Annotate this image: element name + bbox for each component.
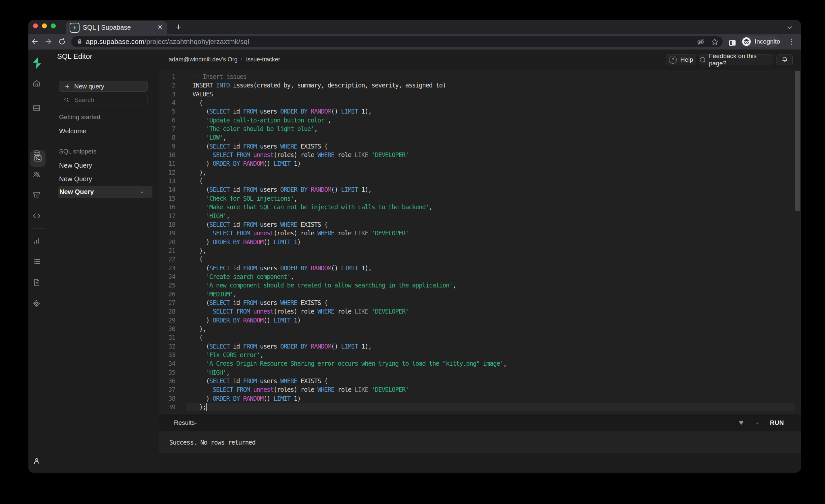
- auth-users-icon[interactable]: [33, 171, 41, 178]
- plus-icon: [64, 83, 70, 89]
- lock-icon: [77, 39, 82, 45]
- breadcrumb-separator: /: [241, 50, 242, 70]
- editor-scrollbar-thumb[interactable]: [795, 71, 800, 211]
- browser-toolbar: app.supabase.com/project/azahtnhqohyjerz…: [28, 34, 801, 50]
- search-box[interactable]: [59, 95, 148, 105]
- bookmark-star-icon[interactable]: [711, 38, 719, 46]
- results-message: Success. No rows returned: [169, 431, 255, 453]
- settings-gear-icon[interactable]: [33, 299, 41, 307]
- question-circle-icon: ?: [669, 56, 677, 64]
- sidebar-item-snippet[interactable]: New Query: [59, 175, 92, 183]
- forward-button[interactable]: [42, 34, 55, 50]
- help-label: Help: [680, 56, 693, 63]
- run-button[interactable]: RUN: [770, 414, 784, 432]
- search-input[interactable]: [74, 96, 138, 104]
- code-lines: -- Insert issuesINSERT INTO issues(creat…: [193, 72, 507, 411]
- minimize-window-button[interactable]: [42, 23, 47, 28]
- results-panel: Success. No rows returned: [159, 431, 801, 453]
- page-title: SQL Editor: [57, 52, 92, 61]
- account-person-icon[interactable]: [33, 457, 41, 465]
- favorite-heart-icon[interactable]: ♥: [739, 414, 744, 432]
- browser-menu-button[interactable]: ⋮: [788, 36, 795, 47]
- edge-functions-icon[interactable]: [33, 212, 41, 220]
- storage-icon[interactable]: [33, 191, 41, 199]
- rail-divider: [31, 228, 46, 229]
- active-snippet-label: New Query: [59, 186, 94, 198]
- url-host: app.supabase.com: [86, 38, 144, 45]
- back-arrow-icon: [31, 38, 39, 46]
- sidebar-item-welcome[interactable]: Welcome: [59, 127, 86, 135]
- results-dropdown[interactable]: Results: [174, 414, 195, 432]
- tab-list-chevron-icon[interactable]: [786, 24, 793, 31]
- results-toolbar: Results ♥ RUN: [159, 414, 801, 431]
- tab-title: SQL | Supabase: [83, 21, 131, 34]
- breadcrumb-project[interactable]: issue-tracker: [246, 50, 280, 70]
- supabase-logo[interactable]: [32, 57, 42, 69]
- table-editor-icon[interactable]: [33, 104, 41, 112]
- reload-button[interactable]: [56, 34, 69, 50]
- new-tab-button[interactable]: +: [173, 22, 184, 33]
- gutter-divider: [186, 70, 186, 414]
- main-header: adam@windmill.dev's Org / issue-tracker …: [159, 50, 801, 70]
- reload-icon: [58, 38, 66, 46]
- url-path: /project/azahtnhqohyjerzaxtmk/sql: [144, 38, 249, 45]
- home-icon[interactable]: [33, 80, 41, 87]
- eye-off-icon[interactable]: [697, 38, 704, 46]
- sidebar-item-snippet[interactable]: New Query: [59, 162, 92, 169]
- incognito-label: Incognito: [755, 36, 780, 47]
- search-icon: [64, 97, 70, 103]
- sql-editor-canvas[interactable]: 1234567891011121314151617181920212223242…: [159, 70, 801, 414]
- lightning-bolt-icon: [72, 25, 77, 30]
- database-icon[interactable]: [33, 150, 41, 158]
- run-options-chevron-icon[interactable]: [755, 421, 760, 425]
- text-cursor: [206, 403, 207, 411]
- browser-window: SQL | Supabase × + app.supa: [28, 20, 801, 473]
- close-tab-icon[interactable]: ×: [158, 21, 162, 34]
- supabase-favicon-icon: [70, 23, 80, 33]
- gutter: 1234567891011121314151617181920212223242…: [159, 72, 175, 411]
- incognito-icon: [742, 37, 751, 46]
- results-footer: [159, 453, 801, 473]
- browser-tab[interactable]: SQL | Supabase ×: [66, 21, 167, 34]
- feedback-label: Feedback on this page?: [709, 53, 773, 67]
- logs-list-icon[interactable]: [33, 258, 41, 265]
- tab-strip: SQL | Supabase × +: [28, 20, 801, 34]
- api-docs-icon[interactable]: [33, 279, 41, 286]
- new-query-button[interactable]: New query: [59, 81, 148, 92]
- section-getting-started: Getting started: [59, 114, 100, 121]
- results-chevron-icon[interactable]: [194, 421, 198, 425]
- section-sql-snippets: SQL snippets: [59, 148, 96, 155]
- notifications-button[interactable]: [776, 54, 793, 65]
- bell-icon: [781, 57, 788, 63]
- side-panel-icon[interactable]: [729, 39, 737, 47]
- new-query-label: New query: [74, 83, 104, 90]
- back-button[interactable]: [28, 34, 42, 50]
- screen: SQL | Supabase × + app.supa: [0, 0, 825, 504]
- incognito-badge: Incognito: [740, 36, 780, 47]
- breadcrumb-org[interactable]: adam@windmill.dev's Org: [169, 50, 238, 70]
- sidebar-item-snippet-active[interactable]: New Query: [58, 186, 152, 198]
- forward-arrow-icon: [44, 38, 52, 46]
- speech-bubble-icon: [699, 57, 705, 63]
- rail-divider: [31, 96, 46, 96]
- nav-rail: [28, 50, 49, 473]
- help-button[interactable]: ? Help: [666, 54, 696, 65]
- zoom-window-button[interactable]: [51, 23, 56, 28]
- close-window-button[interactable]: [33, 23, 38, 28]
- url-text: app.supabase.com/project/azahtnhqohyjerz…: [86, 36, 249, 47]
- sidebar: SQL Editor New query Getting started Wel…: [49, 50, 159, 473]
- chevron-down-icon[interactable]: [139, 190, 145, 195]
- rail-divider: [31, 143, 46, 143]
- url-bar[interactable]: app.supabase.com/project/azahtnhqohyjerz…: [71, 36, 723, 47]
- reports-chart-icon[interactable]: [33, 237, 41, 244]
- feedback-button[interactable]: Feedback on this page?: [699, 54, 773, 65]
